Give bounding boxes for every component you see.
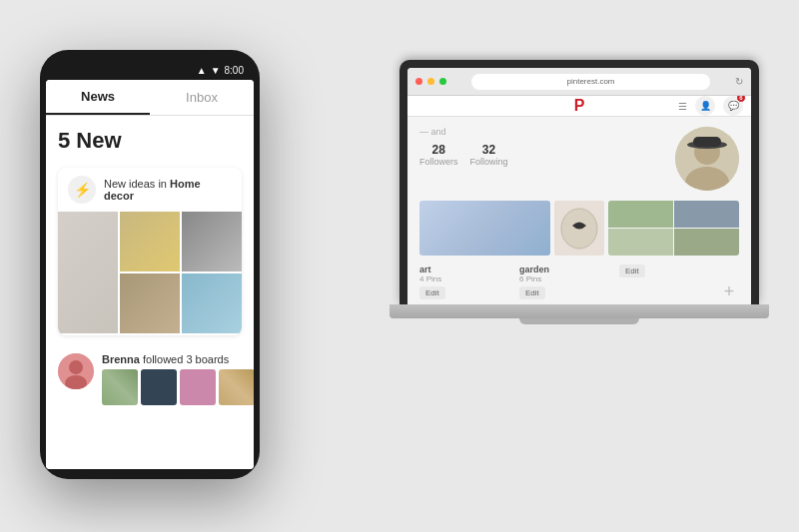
laptop-bezel: pinterest.com ↻ P ☰ 👤 💬 6 [400, 60, 759, 304]
news-item-title: New ideas in Home decor [104, 178, 232, 202]
grid-image-1 [58, 212, 118, 333]
board-preview-garden [608, 201, 739, 256]
profile-name-placeholder: — and [419, 127, 663, 137]
board-garden-pins: 6 Pins [519, 274, 613, 283]
laptop-app-header: P ☰ 👤 💬 6 [407, 96, 751, 117]
laptop-screen: pinterest.com ↻ P ☰ 👤 💬 6 [407, 68, 751, 304]
following-stat: 32 Following [470, 143, 508, 167]
laptop-boards: art 4 Pins Edit garden 6 Pins Edit Edit [407, 262, 751, 304]
user-icon[interactable]: 👤 [695, 96, 715, 116]
followers-label: Followers [419, 157, 458, 167]
laptop-device: pinterest.com ↻ P ☰ 👤 💬 6 [390, 60, 769, 399]
thumb-3 [180, 369, 216, 405]
following-count: 32 [470, 143, 508, 157]
signal-icon: ▼ [211, 65, 221, 76]
browser-maximize-dot [439, 78, 446, 85]
bolt-icon: ⚡ [68, 176, 96, 204]
tab-news[interactable]: News [46, 80, 150, 115]
board-art: art 4 Pins Edit [419, 262, 513, 302]
board-garden-name: garden [519, 265, 613, 274]
board-garden: garden 6 Pins Edit [519, 262, 613, 302]
board-preview-pillow [554, 201, 604, 256]
board-art-edit[interactable]: Edit [419, 286, 445, 299]
grid-image-4 [120, 273, 180, 333]
followers-stat: 28 Followers [419, 143, 458, 167]
browser-minimize-dot [427, 78, 434, 85]
board-art-name: art [419, 265, 513, 274]
thumb-2 [141, 369, 177, 405]
news-image-grid [58, 212, 242, 335]
board-extra-edit[interactable]: Edit [619, 265, 645, 277]
phone-screen: News Inbox 5 New ⚡ New ideas in Home dec… [46, 80, 254, 469]
grid-image-3 [182, 212, 242, 271]
profile-avatar [675, 127, 739, 191]
grid-image-2 [120, 212, 180, 271]
new-count: 5 New [58, 128, 242, 154]
phone-content: 5 New ⚡ New ideas in Home decor [46, 116, 254, 469]
time-display: 8:00 [225, 65, 244, 76]
board-preview-art [419, 201, 550, 256]
phone-device: ▲ ▼ 8:00 News Inbox 5 New ⚡ New ideas in… [40, 50, 260, 479]
thumb-1 [102, 369, 138, 405]
notification-icon[interactable]: 💬 6 [723, 96, 743, 116]
profile-stats: 28 Followers 32 Following [419, 143, 663, 167]
laptop-app-content: P ☰ 👤 💬 6 — and 28 Fo [407, 96, 751, 304]
thumb-4 [219, 369, 254, 405]
following-label: Following [470, 157, 508, 167]
laptop-stand [519, 318, 639, 324]
browser-bar: pinterest.com ↻ [407, 68, 751, 96]
url-text: pinterest.com [566, 77, 614, 86]
reload-icon: ↻ [735, 76, 743, 87]
grid-image-5 [182, 273, 242, 333]
profile-section: — and 28 Followers 32 Following [407, 117, 751, 201]
browser-url-bar[interactable]: pinterest.com [471, 74, 710, 90]
browser-close-dot [415, 78, 422, 85]
add-board-button[interactable]: + [719, 262, 739, 302]
board-garden-edit[interactable]: Edit [519, 286, 545, 299]
followed-name: Brenna followed 3 boards [102, 353, 254, 365]
browser-nav-icons: ↻ [735, 76, 743, 87]
board-images-row [407, 201, 751, 262]
notification-badge: 6 [736, 96, 746, 103]
svg-rect-7 [693, 137, 721, 147]
followed-info: Brenna followed 3 boards [102, 353, 254, 405]
followed-thumbs [102, 369, 254, 405]
phone-tabs: News Inbox [46, 80, 254, 116]
brenna-avatar [58, 353, 94, 389]
wifi-icon: ▲ [197, 65, 207, 76]
pinterest-logo: P [574, 97, 585, 115]
phone-status-bar: ▲ ▼ 8:00 [46, 60, 254, 80]
svg-point-1 [69, 360, 83, 374]
menu-icon[interactable]: ☰ [678, 101, 687, 112]
news-item-home-decor[interactable]: ⚡ New ideas in Home decor [58, 168, 242, 335]
followed-section: Brenna followed 3 boards [58, 349, 242, 409]
followers-count: 28 [419, 143, 458, 157]
status-icons: ▲ ▼ 8:00 [197, 65, 244, 76]
laptop-base [390, 304, 769, 318]
board-extra: Edit [619, 262, 713, 302]
tab-inbox[interactable]: Inbox [150, 80, 254, 115]
board-art-pins: 4 Pins [419, 274, 513, 283]
news-item-header: ⚡ New ideas in Home decor [58, 168, 242, 212]
